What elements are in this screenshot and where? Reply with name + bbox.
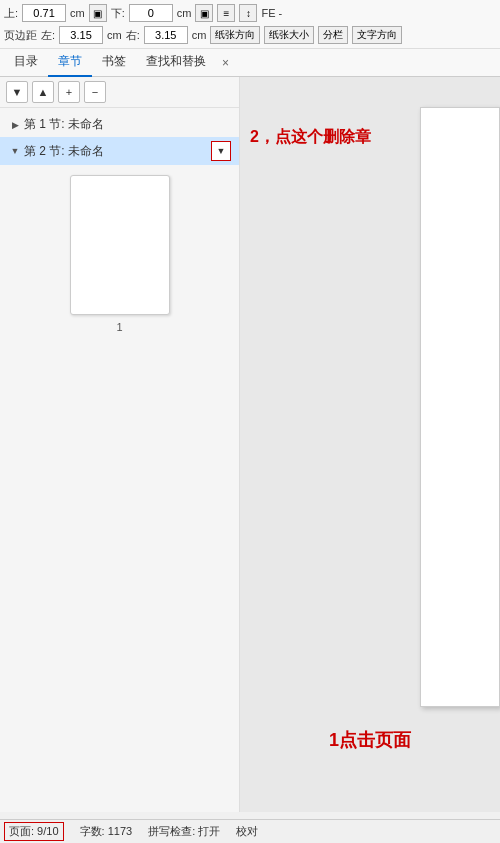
main-layout: ▼ ▲ + − ▶ 第 1 节: 未命名 ▼ 第 2 节: 未命名 ▼ 1 bbox=[0, 77, 500, 812]
status-bar: 页面: 9/10 字数: 1173 拼写检查: 打开 校对 bbox=[0, 819, 500, 843]
page-thumbnail-1[interactable] bbox=[70, 175, 170, 315]
doc-page-right bbox=[420, 107, 500, 707]
right-unit: cm bbox=[192, 29, 207, 41]
status-proofread-item: 校对 bbox=[236, 824, 258, 839]
arrows-icon[interactable]: ↕ bbox=[239, 4, 257, 22]
left-value-input[interactable] bbox=[59, 26, 103, 44]
page-thumbnails: 1 bbox=[0, 165, 239, 343]
list-icon[interactable]: ≡ bbox=[217, 4, 235, 22]
status-spellcheck-label: 拼写检查: 打开 bbox=[148, 824, 220, 839]
status-wordcount-item: 字数: 1173 bbox=[80, 824, 133, 839]
sidebar-toolbar: ▼ ▲ + − bbox=[0, 77, 239, 108]
status-wordcount-label: 字数: 1173 bbox=[80, 824, 133, 839]
tab-toc[interactable]: 目录 bbox=[4, 49, 48, 77]
paper-dir-btn[interactable]: 纸张方向 bbox=[210, 26, 260, 44]
top-unit: cm bbox=[70, 7, 85, 19]
arrow-up-btn[interactable]: ▲ bbox=[32, 81, 54, 103]
top-value-input[interactable] bbox=[22, 4, 66, 22]
chapter1-arrow: ▶ bbox=[8, 118, 22, 132]
left-unit: cm bbox=[107, 29, 122, 41]
status-pages-item: 页面: 9/10 bbox=[4, 822, 64, 841]
toolbar-row2: 页边距 左: cm 右: cm 纸张方向 纸张大小 分栏 文字方向 bbox=[4, 24, 496, 46]
right-value-input[interactable] bbox=[144, 26, 188, 44]
add-chapter-btn[interactable]: + bbox=[58, 81, 80, 103]
chapter2-title: 第 2 节: 未命名 bbox=[24, 143, 211, 160]
left-label: 左: bbox=[41, 28, 55, 43]
bottom-value-input[interactable] bbox=[129, 4, 173, 22]
tab-chapter[interactable]: 章节 bbox=[48, 49, 92, 77]
tab-close-btn[interactable]: × bbox=[216, 52, 235, 74]
status-pages-label[interactable]: 页面: 9/10 bbox=[4, 822, 64, 841]
right-label: 右: bbox=[126, 28, 140, 43]
top-label: 上: bbox=[4, 6, 18, 21]
annotation-step2: 2，点这个删除章 bbox=[250, 127, 371, 148]
fe-label: FE - bbox=[261, 7, 282, 19]
status-proofread-label: 校对 bbox=[236, 824, 258, 839]
content-area[interactable]: 2，点这个删除章 1点击页面 bbox=[240, 77, 500, 812]
split-btn[interactable]: 分栏 bbox=[318, 26, 348, 44]
chapter-item-2[interactable]: ▼ 第 2 节: 未命名 ▼ bbox=[0, 137, 239, 165]
chapter-tree: ▶ 第 1 节: 未命名 ▼ 第 2 节: 未命名 ▼ 1 bbox=[0, 108, 239, 812]
arrow-down-btn[interactable]: ▼ bbox=[6, 81, 28, 103]
bottom-unit: cm bbox=[177, 7, 192, 19]
toolbar-area: 上: cm ▣ 下: cm ▣ ≡ ↕ FE - 页边距 左: cm 右: cm… bbox=[0, 0, 500, 49]
chapter1-title: 第 1 节: 未命名 bbox=[24, 116, 231, 133]
copy-btn1[interactable]: ▣ bbox=[89, 4, 107, 22]
toolbar-row1: 上: cm ▣ 下: cm ▣ ≡ ↕ FE - bbox=[4, 2, 496, 24]
text-dir-btn[interactable]: 文字方向 bbox=[352, 26, 402, 44]
chapter2-dropdown-btn[interactable]: ▼ bbox=[211, 141, 231, 161]
tab-bookmark[interactable]: 书签 bbox=[92, 49, 136, 77]
annotation-step1: 1点击页面 bbox=[329, 728, 411, 752]
status-spellcheck-item: 拼写检查: 打开 bbox=[148, 824, 220, 839]
tab-find-replace[interactable]: 查找和替换 bbox=[136, 49, 216, 77]
remove-chapter-btn[interactable]: − bbox=[84, 81, 106, 103]
copy-btn2[interactable]: ▣ bbox=[195, 4, 213, 22]
chapter-item-1[interactable]: ▶ 第 1 节: 未命名 bbox=[0, 112, 239, 137]
tab-bar: 目录 章节 书签 查找和替换 × bbox=[0, 49, 500, 77]
chapter2-arrow: ▼ bbox=[8, 144, 22, 158]
page-number-label: 1 bbox=[116, 321, 122, 333]
margin-label: 页边距 bbox=[4, 28, 37, 43]
paper-size-btn[interactable]: 纸张大小 bbox=[264, 26, 314, 44]
bottom-label: 下: bbox=[111, 6, 125, 21]
sidebar: ▼ ▲ + − ▶ 第 1 节: 未命名 ▼ 第 2 节: 未命名 ▼ 1 bbox=[0, 77, 240, 812]
